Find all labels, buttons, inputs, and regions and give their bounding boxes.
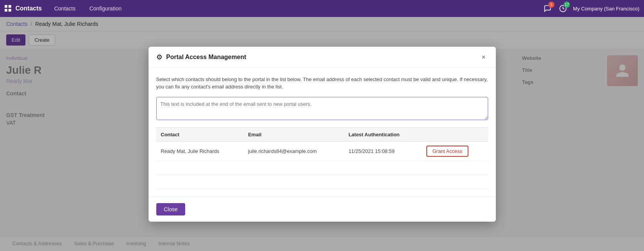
messages-badge: 5	[548, 2, 554, 8]
contact-email: julie.richards84@example.com	[243, 141, 344, 161]
messages-icon-btn[interactable]: 5	[542, 3, 553, 14]
page-background: Contacts / Ready Mat, Julie Richards Edi…	[0, 17, 644, 251]
modal-title: Portal Access Management	[166, 54, 479, 61]
activities-icon-btn[interactable]: 17	[558, 3, 568, 14]
modal-body: Select which contacts should belong to t…	[149, 68, 496, 197]
grant-access-button[interactable]: Grant Access	[426, 146, 468, 157]
svg-rect-3	[8, 9, 11, 12]
modal-portal-access: ⚙ Portal Access Management × Select whic…	[149, 47, 496, 222]
navbar: Contacts Contacts Configuration 5 17 My …	[0, 0, 644, 17]
nav-contacts[interactable]: Contacts	[51, 4, 78, 13]
email-message-textarea[interactable]	[156, 97, 488, 120]
navbar-right: 5 17 My Company (San Francisco)	[542, 3, 639, 14]
navbar-menu: Contacts Configuration	[51, 4, 125, 13]
grant-access-cell: Grant Access	[422, 141, 488, 161]
contact-table: Contact Email Latest Authentication Read…	[156, 127, 488, 189]
nav-configuration[interactable]: Configuration	[86, 4, 125, 13]
modal-footer: Close	[149, 197, 496, 222]
svg-rect-1	[8, 5, 11, 8]
modal-close-button[interactable]: ×	[479, 53, 488, 61]
app-name: Contacts	[15, 5, 42, 12]
portal-icon: ⚙	[156, 53, 162, 61]
empty-row-1	[156, 161, 488, 175]
activities-badge: 17	[564, 2, 570, 8]
grid-icon[interactable]	[5, 5, 12, 12]
company-name: My Company (San Francisco)	[573, 6, 639, 12]
contact-auth: 11/25/2021 15:08:59	[344, 141, 422, 161]
modal-header: ⚙ Portal Access Management ×	[149, 47, 496, 68]
col-email: Email	[243, 127, 344, 141]
empty-row-2	[156, 175, 488, 188]
modal-description: Select which contacts should belong to t…	[156, 76, 488, 91]
contact-name: Ready Mat, Julie Richards	[156, 141, 243, 161]
svg-rect-0	[5, 5, 7, 8]
close-modal-button[interactable]: Close	[156, 203, 186, 215]
col-contact: Contact	[156, 127, 243, 141]
svg-rect-2	[5, 9, 7, 12]
col-auth: Latest Authentication	[344, 127, 422, 141]
modal-overlay: ⚙ Portal Access Management × Select whic…	[0, 17, 644, 251]
col-action	[422, 127, 488, 141]
table-row: Ready Mat, Julie Richards julie.richards…	[156, 141, 488, 161]
